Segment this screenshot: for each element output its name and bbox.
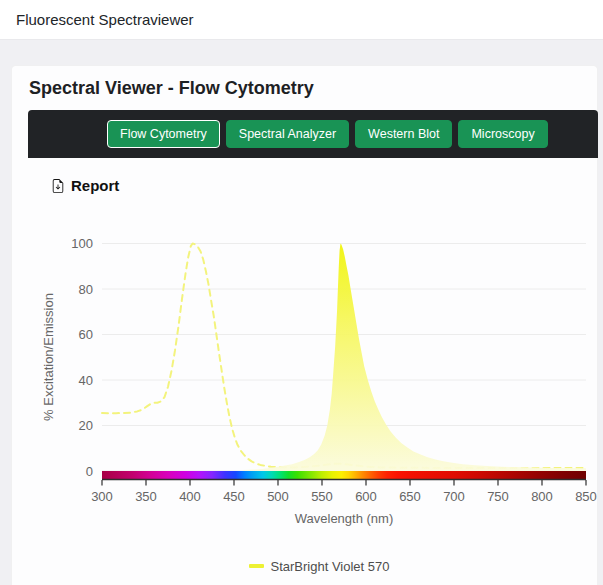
report-button[interactable]: Report <box>51 177 119 194</box>
x-tick-label-650: 650 <box>399 489 421 504</box>
x-tick-label-500: 500 <box>267 489 289 504</box>
y-axis-title: % Excitation/Emission <box>41 293 56 421</box>
file-earmark-arrow-down-icon <box>51 178 65 194</box>
spectrum-axis-bar <box>102 471 586 479</box>
legend-swatch <box>249 564 264 569</box>
instrument-tabbar: Flow CytometrySpectral AnalyzerWestern B… <box>28 110 598 158</box>
spectral-viewer-card: Spectral Viewer - Flow Cytometry Flow Cy… <box>11 65 598 585</box>
x-tick-label-700: 700 <box>443 489 465 504</box>
legend-label: StarBright Violet 570 <box>271 559 390 574</box>
y-tick-label-20: 20 <box>79 418 93 433</box>
y-tick-label-40: 40 <box>79 372 93 387</box>
x-tick-label-400: 400 <box>179 489 201 504</box>
x-tick-label-850: 850 <box>575 489 597 504</box>
tab-western-blot[interactable]: Western Blot <box>355 120 452 148</box>
y-tick-label-60: 60 <box>79 327 93 342</box>
tab-flow-cytometry[interactable]: Flow Cytometry <box>107 120 220 148</box>
report-button-label: Report <box>71 177 119 194</box>
x-tick-label-750: 750 <box>487 489 509 504</box>
emission-curve[interactable] <box>243 243 586 471</box>
x-tick-label-550: 550 <box>311 489 333 504</box>
x-tick-label-450: 450 <box>223 489 245 504</box>
app-header: Fluorescent Spectraviewer <box>0 0 603 40</box>
x-tick-label-300: 300 <box>91 489 113 504</box>
page-title: Spectral Viewer - Flow Cytometry <box>29 76 580 100</box>
y-tick-label-100: 100 <box>71 236 93 251</box>
spectra-chart[interactable]: 0204060801003003504004505005506006507007… <box>41 229 597 574</box>
chart-legend-item[interactable]: StarBright Violet 570 <box>41 559 597 574</box>
tab-spectral-analyzer[interactable]: Spectral Analyzer <box>226 120 349 148</box>
x-tick-label-350: 350 <box>135 489 157 504</box>
spectra-chart-svg[interactable]: 0204060801003003504004505005506006507007… <box>41 229 597 539</box>
x-tick-label-600: 600 <box>355 489 377 504</box>
x-tick-label-800: 800 <box>531 489 553 504</box>
y-tick-label-80: 80 <box>79 281 93 296</box>
app-title: Fluorescent Spectraviewer <box>16 11 194 28</box>
y-tick-label-0: 0 <box>86 463 93 478</box>
tab-microscopy[interactable]: Microscopy <box>458 120 547 148</box>
x-axis-title: Wavelength (nm) <box>295 511 394 526</box>
